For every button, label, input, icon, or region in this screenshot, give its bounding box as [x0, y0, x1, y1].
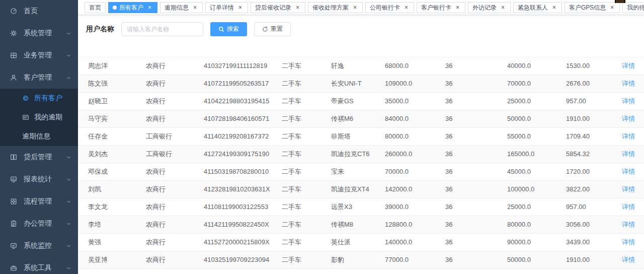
cell-funder: 农商行 [136, 163, 194, 180]
detail-link[interactable]: 详情 [622, 115, 635, 122]
sidebar: 首页 系统管理 业务管理 客户管理 所有客户 我的逾期 [0, 0, 78, 274]
tab[interactable]: 逾期信息 × [160, 2, 203, 13]
cell-periods: 36 [435, 57, 497, 75]
detail-link[interactable]: 详情 [622, 238, 635, 246]
sidebar-item[interactable]: 客户管理 [0, 66, 78, 89]
chevron-down-icon [66, 52, 72, 58]
cell-vehicle-type: 二手车 [272, 216, 321, 233]
sidebar-item[interactable]: 报表统计 [0, 168, 78, 190]
tab-close-icon[interactable]: × [551, 5, 557, 11]
tab-close-icon[interactable]: × [192, 5, 198, 11]
tab-close-icon[interactable]: × [454, 5, 461, 11]
sidebar-item[interactable]: 业务管理 [0, 44, 78, 66]
sidebar-subitem[interactable]: 所有客户 [0, 89, 78, 108]
cell-vehicle-model: 凯迪拉克CT6 [321, 145, 375, 163]
tab-close-icon[interactable]: × [294, 5, 301, 11]
search-button[interactable]: 搜索 [210, 22, 247, 36]
cell-funder: 农商行 [136, 75, 194, 92]
tab[interactable]: 我的待办 × [622, 2, 644, 13]
cell-name: 吴亚博 [78, 251, 136, 268]
column-header [435, 43, 497, 57]
gear-icon [10, 30, 18, 37]
tab[interactable]: 贷后催收记录 × [251, 2, 305, 13]
cell-monthly-payment: 2676.00 [556, 75, 616, 92]
detail-link[interactable]: 详情 [622, 256, 635, 263]
sidebar-item[interactable]: 系统工具 [0, 257, 78, 274]
cell-vehicle-model: 轩逸 [321, 57, 375, 75]
chevron-down-icon [66, 265, 72, 271]
detail-link[interactable]: 详情 [622, 97, 635, 105]
tab[interactable]: 客户GPS信息 × [565, 2, 620, 13]
reset-button[interactable]: 重置 [254, 22, 291, 36]
tab[interactable]: 首页 [85, 2, 106, 13]
sidebar-item-label: 客户管理 [24, 73, 66, 82]
sidebar-item[interactable]: 首页 [0, 0, 78, 22]
detail-link[interactable]: 详情 [622, 132, 635, 140]
search-button-label: 搜索 [227, 25, 239, 33]
sidebar-item-label: 系统监控 [24, 241, 66, 250]
cell-monthly-payment: 1709.40 [556, 127, 616, 145]
tab-close-icon[interactable]: × [500, 5, 506, 11]
detail-link[interactable]: 详情 [622, 80, 635, 87]
cell-vehicle-model: 凯迪拉克XT4 [321, 180, 375, 198]
search-input[interactable] [121, 22, 203, 36]
detail-link[interactable]: 详情 [622, 62, 635, 70]
detail-link[interactable]: 详情 [622, 221, 635, 228]
tab-label: 我的待办 [627, 4, 644, 12]
tab[interactable]: 紧急联系人 × [513, 2, 562, 13]
tab-label: 公司银行卡 [370, 4, 400, 12]
tab[interactable]: 外访记录 × [468, 2, 511, 13]
cell-periods: 36 [435, 145, 497, 163]
tab-close-icon[interactable]: × [237, 5, 244, 11]
table-row: 任存金 工商银行 411402199208167372 二手车 菲斯塔 8000… [78, 127, 644, 145]
cell-name: 任存金 [78, 127, 136, 145]
sidebar-item-label: 业务管理 [24, 51, 66, 60]
sidebar-item[interactable]: 贷后管理 [0, 146, 78, 168]
cell-monthly-payment: 1720.00 [556, 163, 616, 180]
chart-monitor-icon [10, 176, 18, 183]
tab-label: 订单详情 [210, 4, 234, 12]
tab[interactable]: 客户银行卡 × [417, 2, 465, 13]
cell-name: 李文龙 [78, 198, 136, 216]
cell-periods: 36 [435, 75, 497, 92]
cell-periods: 36 [435, 163, 497, 180]
reset-button-label: 重置 [271, 25, 283, 33]
sidebar-item[interactable]: 办公管理 [0, 213, 78, 235]
cell-funder [136, 268, 194, 274]
tab[interactable]: 公司银行卡 × [365, 2, 414, 13]
detail-link[interactable]: 详情 [622, 203, 635, 211]
tab-close-icon[interactable]: × [146, 5, 153, 11]
cell-id-number: 411081199003122553 [194, 198, 272, 216]
cell-vehicle-type [272, 268, 321, 274]
tab[interactable]: 催收处理方案 × [308, 2, 363, 13]
table-row: 李培 农商行 41142119950822450X 二手车 传祺M8 12880… [78, 216, 644, 233]
sidebar-top-group: 首页 系统管理 业务管理 客户管理 [0, 0, 78, 89]
detail-link[interactable]: 详情 [622, 168, 635, 175]
tab[interactable]: 订单详情 × [205, 2, 248, 13]
sidebar-submenu: 所有客户 我的逾期 逾期信息 [0, 89, 78, 146]
detail-link[interactable]: 详情 [622, 150, 635, 158]
tab-close-icon[interactable]: × [352, 5, 358, 11]
cell-funder: 农商行 [136, 92, 194, 110]
avatar[interactable] [615, 0, 625, 3]
column-header [136, 43, 194, 57]
sidebar-item[interactable]: 系统管理 [0, 22, 78, 44]
cell-vehicle-price: 128800.0 [375, 216, 435, 233]
tab[interactable]: 所有客户 × [108, 2, 157, 13]
tab-close-icon[interactable]: × [609, 5, 615, 11]
circle-icon [22, 95, 29, 102]
cell-id-number: 410721199505263517 [194, 75, 272, 92]
cell-monthly-payment: 1910.00 [556, 110, 616, 127]
cell-monthly-payment: 3056.00 [556, 216, 616, 233]
cell-funder: 农商行 [136, 57, 194, 75]
sidebar-subitem[interactable]: 逾期信息 [0, 127, 78, 146]
monitor-check-icon [10, 242, 18, 250]
sidebar-item[interactable]: 系统监控 [0, 235, 78, 257]
detail-link[interactable]: 详情 [622, 185, 635, 193]
sidebar-subitem[interactable]: 我的逾期 [0, 108, 78, 127]
sidebar-item[interactable]: 流程管理 [0, 190, 78, 213]
cell-monthly-payment: 3439.00 [556, 233, 616, 251]
tab-close-icon[interactable]: × [403, 5, 410, 11]
tab-label: 逾期信息 [165, 4, 189, 12]
cell-vehicle-model: 帝豪GS [321, 92, 375, 110]
